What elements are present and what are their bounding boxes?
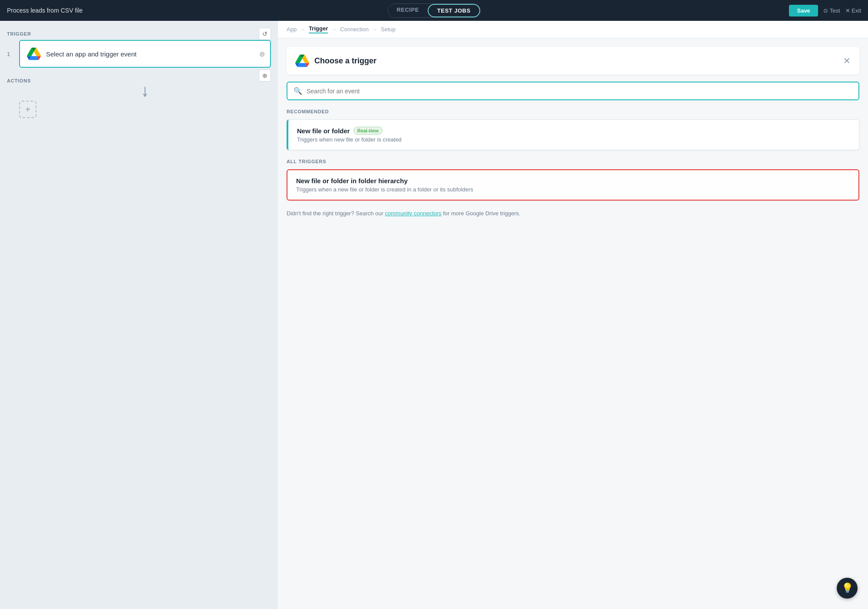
trigger-item-hierarchy-title: New file or folder in folder hierarchy xyxy=(296,177,850,184)
trigger-item-desc: Triggers when new file or folder is crea… xyxy=(297,136,850,143)
trigger-section-label: TRIGGER xyxy=(7,31,271,36)
tab-recipe[interactable]: RECIPE xyxy=(388,4,427,17)
nav-item-app[interactable]: App xyxy=(287,26,297,33)
panel-close-button[interactable]: ✕ xyxy=(843,56,851,66)
trigger-card[interactable]: Select an app and trigger event ⊛ xyxy=(19,40,271,68)
panel-header: Choose a trigger ✕ xyxy=(287,47,859,75)
footer-text: Didn't find the right trigger? Search ou… xyxy=(287,209,859,218)
nav-item-setup[interactable]: Setup xyxy=(381,26,396,33)
nav-item-connection[interactable]: Connection xyxy=(340,26,369,33)
nav-arrow-3: → xyxy=(372,26,377,33)
search-box: 🔍 xyxy=(287,82,859,100)
panel-content: Choose a trigger ✕ 🔍 RECOMMENDED New fil… xyxy=(278,38,868,609)
page-title: Process leads from CSV file xyxy=(7,7,83,14)
step-number: 1 xyxy=(7,51,14,57)
main-layout: ↺ + − ⊕ TRIGGER 1 Select an app and trig… xyxy=(0,21,868,609)
add-action-button[interactable]: + xyxy=(19,101,36,118)
exit-button[interactable]: ✕ Exit xyxy=(845,7,861,14)
help-icon: 💡 xyxy=(842,583,853,594)
step-nav: App → Trigger → Connection → Setup xyxy=(278,21,868,38)
trigger-card-text: Select an app and trigger event xyxy=(46,50,136,58)
undo-button[interactable]: ↺ xyxy=(259,28,271,40)
navbar-actions: Save ⊙ Test ✕ Exit xyxy=(789,5,861,16)
left-panel: ↺ + − ⊕ TRIGGER 1 Select an app and trig… xyxy=(0,21,278,609)
gdrive-header-icon xyxy=(295,54,309,68)
test-icon: ⊙ xyxy=(823,7,828,14)
actions-arrow xyxy=(19,87,271,97)
right-panel: App → Trigger → Connection → Setup xyxy=(278,21,868,609)
nav-arrow-2: → xyxy=(331,26,337,33)
recommended-section-label: RECOMMENDED xyxy=(287,109,859,114)
realtime-badge: Real-time xyxy=(353,127,383,135)
trigger-item-recommended[interactable]: New file or folder Real-time Triggers wh… xyxy=(287,119,859,150)
test-button[interactable]: ⊙ Test xyxy=(823,7,840,14)
trigger-item-title: New file or folder Real-time xyxy=(297,127,850,135)
community-connectors-link[interactable]: community connectors xyxy=(385,210,442,217)
exit-icon: ✕ xyxy=(845,7,850,14)
navbar-tabs: RECIPE TEST JOBS xyxy=(387,3,480,18)
nav-arrow-1: → xyxy=(300,26,305,33)
save-button[interactable]: Save xyxy=(789,5,818,16)
help-button[interactable]: 💡 xyxy=(837,578,858,599)
panel-header-title: Choose a trigger xyxy=(314,56,376,66)
actions-section-label: ACTIONS xyxy=(7,78,271,83)
all-triggers-section-label: ALL TRIGGERS xyxy=(287,159,859,164)
search-icon: 🔍 xyxy=(294,87,302,95)
trigger-item-hierarchy-desc: Triggers when a new file or folder is cr… xyxy=(296,186,850,193)
down-arrow-icon xyxy=(142,87,149,97)
gdrive-icon xyxy=(27,47,41,61)
tab-testjobs[interactable]: TEST JOBS xyxy=(428,4,480,17)
trigger-block: 1 Select an app and trigger event ⊛ xyxy=(7,40,271,68)
nav-item-trigger[interactable]: Trigger xyxy=(309,25,328,33)
panel-header-left: Choose a trigger xyxy=(295,54,376,68)
navbar: Process leads from CSV file RECIPE TEST … xyxy=(0,0,868,21)
trigger-item-hierarchy[interactable]: New file or folder in folder hierarchy T… xyxy=(287,169,859,201)
settings-icon: ⊛ xyxy=(259,50,265,58)
fit-button[interactable]: ⊕ xyxy=(259,69,271,82)
search-input[interactable] xyxy=(307,88,852,95)
actions-section: ACTIONS + xyxy=(7,78,271,118)
